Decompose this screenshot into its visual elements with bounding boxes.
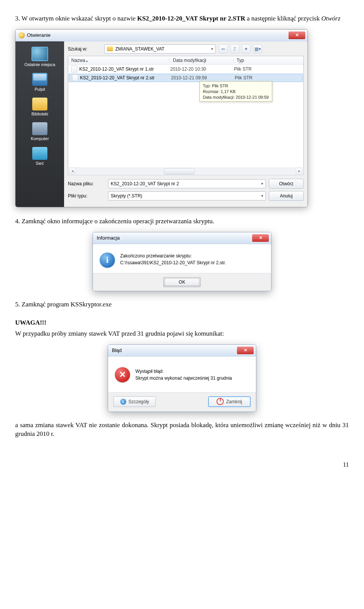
new-folder-button[interactable]: ✦ xyxy=(242,44,251,54)
details-button[interactable]: i Szczegóły xyxy=(113,396,156,407)
col-name[interactable]: Nazwa▴ xyxy=(68,58,170,63)
error-message: Wystąpił błąd: Skrypt można wykonać najw… xyxy=(135,368,232,382)
info-line2: C:\!ssawa\391\KS2_2010-12-20_VAT Skrypt … xyxy=(120,260,226,265)
dialog-title: Informacja xyxy=(97,235,120,241)
step3-text-after: a następnie kliknąć przycisk xyxy=(245,15,322,22)
power-icon xyxy=(217,398,224,405)
computer-icon xyxy=(32,122,47,135)
page-number: 11 xyxy=(15,461,349,468)
details-label: Szczegóły xyxy=(129,399,149,404)
info-icon: i xyxy=(100,252,115,268)
uwaga-heading: UWAGA!!! xyxy=(15,319,349,327)
file-type: Plik STR xyxy=(232,75,253,80)
step4-text: Zamknąć okno informujące o zakończeniu o… xyxy=(22,218,214,225)
step4-num: 4. xyxy=(15,218,20,225)
file-row[interactable]: KS2_2010-12-20_VAT Skrypt nr 2.str 2010-… xyxy=(69,74,303,82)
dialog-title: Błąd xyxy=(112,347,122,353)
step4-paragraph: 4. Zamknąć okno informujące o zakończeni… xyxy=(15,217,349,226)
file-icon xyxy=(72,74,78,81)
step5-text: Zamknąć program KSSkryptor.exe xyxy=(22,301,111,308)
step3-text-before: W otwartym oknie wskazać skrypt o nazwie xyxy=(22,15,137,22)
file-date: 2010-12-21 09:59 xyxy=(168,75,232,80)
filename-label: Nazwa pliku: xyxy=(68,181,105,186)
filename-input[interactable]: KS2_2010-12-20_VAT Skrypt nr 2 ▾ xyxy=(108,179,266,188)
lookin-label: Szukaj w: xyxy=(68,46,101,52)
file-icon xyxy=(71,66,77,73)
close-button[interactable]: ✕ xyxy=(237,347,254,354)
lookin-combo[interactable]: ZMIANA_STAWEK_VAT ▾ xyxy=(104,44,216,54)
back-button[interactable]: ⇐ xyxy=(219,44,228,54)
open-file-dialog: Otwieranie ✕ Ostatnie miejsca Pulpit Bib… xyxy=(15,29,308,207)
close-dialog-button[interactable]: Zamknij xyxy=(208,396,251,407)
col-type[interactable]: Typ xyxy=(234,58,303,63)
place-recent-label: Ostatnie miejsca xyxy=(24,62,55,67)
file-date: 2010-12-20 10:30 xyxy=(167,66,231,72)
col-date[interactable]: Data modyfikacji xyxy=(170,58,234,63)
close-button[interactable]: ✕ xyxy=(252,234,269,242)
place-computer-label: Komputer xyxy=(31,136,49,141)
filetype-value: Skrypty (*.STR) xyxy=(111,193,142,199)
filetype-label: Pliki typu: xyxy=(68,193,105,199)
scroll-thumb[interactable] xyxy=(164,168,195,174)
place-desktop[interactable]: Pulpit xyxy=(16,71,64,93)
chevron-down-icon: ▾ xyxy=(211,47,213,51)
place-computer[interactable]: Komputer xyxy=(16,120,64,142)
info-small-icon: i xyxy=(120,399,126,405)
libraries-icon xyxy=(32,98,47,110)
file-list-header: Nazwa▴ Data modyfikacji Typ xyxy=(68,56,303,65)
scroll-left-button[interactable]: ◂ xyxy=(69,168,76,174)
info-line1: Zakończono przetwarzanie skryptu: xyxy=(120,253,192,259)
scroll-track[interactable] xyxy=(77,168,295,174)
sort-caret-icon: ▴ xyxy=(86,59,88,63)
close-label: Zamknij xyxy=(226,399,242,404)
file-name: KS2_2010-12-20_VAT Skrypt nr 1.str xyxy=(79,66,167,72)
file-type: Plik STR xyxy=(231,66,252,72)
info-message: Zakończono przetwarzanie skryptu: C:\!ss… xyxy=(120,252,226,266)
error-line1: Wystąpił błąd: xyxy=(135,369,164,374)
file-row[interactable]: KS2_2010-12-20_VAT Skrypt nr 1.str 2010-… xyxy=(68,65,303,73)
uwaga-paragraph: W przypadku próby zmiany stawek VAT prze… xyxy=(15,330,349,338)
step5-num: 5. xyxy=(15,301,20,308)
step3-action: Otwórz xyxy=(321,15,340,22)
network-icon xyxy=(32,147,47,160)
step3-filename: KS2_2010-12-20_VAT Skrypt nr 2.STR xyxy=(137,15,245,22)
filetype-combo[interactable]: Skrypty (*.STR) ▾ xyxy=(108,191,266,200)
step3-num: 3. xyxy=(15,15,20,22)
place-recent[interactable]: Ostatnie miejsca xyxy=(16,44,64,68)
tooltip-modified: Data modyfikacji: 2010-12-21 09:59 xyxy=(203,95,269,100)
place-libraries-label: Biblioteki xyxy=(31,112,48,116)
dialog-titlebar: Informacja ✕ xyxy=(93,232,271,244)
step5-paragraph: 5. Zamknąć program KSSkryptor.exe xyxy=(15,300,349,309)
info-dialog: Informacja ✕ i Zakończono przetwarzanie … xyxy=(93,232,271,291)
desktop-icon xyxy=(32,73,47,86)
error-line2: Skrypt można wykonać najwcześniej 31 gru… xyxy=(135,375,232,381)
dialog-titlebar: Otwieranie ✕ xyxy=(16,30,308,41)
chevron-down-icon: ▾ xyxy=(261,194,263,198)
app-icon xyxy=(19,32,25,38)
folder-icon xyxy=(107,46,113,51)
file-name: KS2_2010-12-20_VAT Skrypt nr 2.str xyxy=(80,75,168,80)
scroll-right-button[interactable]: ▸ xyxy=(296,168,303,174)
cancel-button[interactable]: Anuluj xyxy=(269,191,304,201)
place-libraries[interactable]: Biblioteki xyxy=(16,95,64,118)
closing-paragraph: a sama zmiana stawek VAT nie zostanie do… xyxy=(15,421,349,439)
horizontal-scrollbar[interactable]: ◂ ▸ xyxy=(69,167,303,174)
tooltip-size: Rozmiar: 1,17 KB xyxy=(203,89,269,95)
open-button[interactable]: Otwórz xyxy=(269,179,304,189)
file-tooltip: Typ: Plik STR Rozmiar: 1,17 KB Data mody… xyxy=(199,81,272,102)
filename-value: KS2_2010-12-20_VAT Skrypt nr 2 xyxy=(111,181,179,186)
place-network-label: Sieć xyxy=(36,161,44,166)
file-list: Nazwa▴ Data modyfikacji Typ KS2_2010-12-… xyxy=(68,56,304,175)
place-network[interactable]: Sieć xyxy=(16,145,64,167)
dialog-title: Otwieranie xyxy=(27,32,50,38)
up-button[interactable]: ⤴ xyxy=(230,44,239,54)
close-button[interactable]: ✕ xyxy=(289,32,305,39)
view-button[interactable]: ▦▾ xyxy=(253,44,262,54)
lookin-value: ZMIANA_STAWEK_VAT xyxy=(115,46,165,52)
ok-button[interactable]: OK xyxy=(163,277,201,287)
tooltip-type: Typ: Plik STR xyxy=(203,83,269,89)
place-desktop-label: Pulpit xyxy=(35,87,45,92)
chevron-down-icon: ▾ xyxy=(261,181,263,186)
recent-icon xyxy=(31,47,48,61)
error-icon: ✕ xyxy=(115,367,130,382)
